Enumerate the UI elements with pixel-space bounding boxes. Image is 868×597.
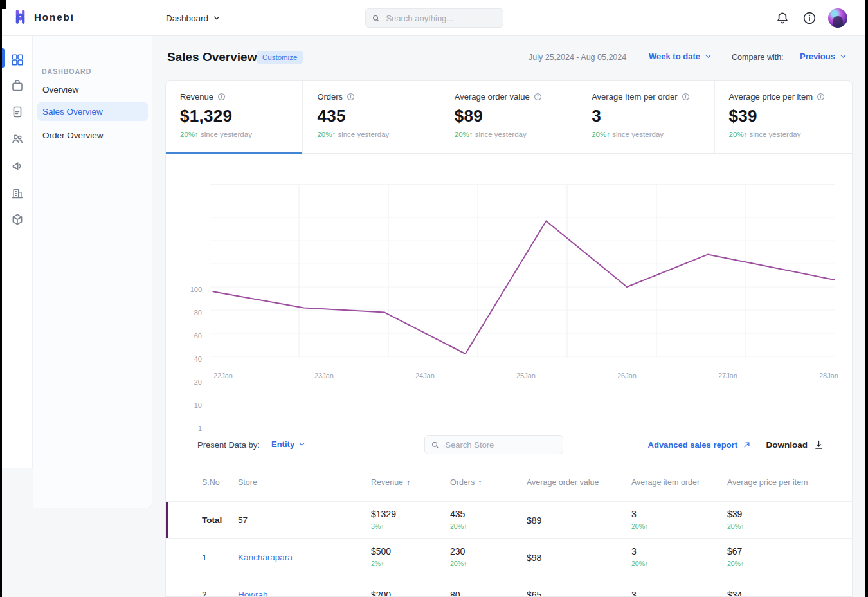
cell-value: 3 [631,509,727,519]
table-cell: $39 20%↑ [727,502,852,538]
column-header-orders[interactable]: Orders ↑ [450,478,527,487]
y-axis-tick-label: 40 [174,355,202,363]
cell-value: $39 [727,509,852,519]
up-arrow-icon: ↑ [381,560,384,567]
table-cell: 80 [450,576,527,597]
table-cell: 230 20%↑ [450,539,527,576]
table-cell: 3 20%↑ [631,539,727,576]
sidebar: DASHBOARD OverviewSales OverviewOrder Ov… [33,36,152,508]
kpi-card-average-item-per-order[interactable]: Average Item per order 3 20%↑ since yest… [577,81,714,153]
sidebar-item-overview[interactable]: Overview [37,80,148,99]
active-rail-indicator [2,48,5,68]
grid-icon [11,53,24,66]
search-icon [372,14,380,23]
store-link[interactable]: Howrah [238,590,371,597]
info-icon [347,93,355,101]
sort-up-icon[interactable]: ↑ [478,478,482,487]
customize-button[interactable]: Customize [257,51,303,64]
kpi-card-revenue[interactable]: Revenue $1,329 20%↑ since yesterday [166,81,303,153]
store-search[interactable] [424,435,563,454]
up-arrow-icon: ↑ [469,131,473,138]
table-controls: Present Data by: Entity Advanced sales r… [166,425,852,463]
info-icon [817,93,825,101]
cell-value: 80 [450,590,527,597]
kpi-card-average-price-per-item[interactable]: Average price per item $39 20%↑ since ye… [715,81,852,153]
kpi-label: Average Item per order [592,92,714,102]
cell-sno: Total [202,502,222,538]
store-search-input[interactable] [444,439,557,450]
range-selector[interactable]: Week to date [649,51,712,61]
present-data-by-label: Present Data by: [197,440,260,450]
rail-item-package[interactable] [11,213,24,226]
up-arrow-icon: ↑ [606,131,610,138]
info-icon[interactable] [802,11,817,25]
chevron-down-icon [298,440,306,448]
sort-up-icon[interactable]: ↑ [406,478,410,487]
kpi-delta-pct: 20% [592,131,606,138]
column-header-revenue[interactable]: Revenue ↑ [371,478,450,487]
rail-item-document[interactable] [11,106,24,118]
screen: Honebi Dashboard DASHBOAR [0,0,868,597]
download-button[interactable]: Download [766,439,825,450]
sidebar-item-order-overview[interactable]: Order Overview [37,126,148,145]
column-header-label: Orders [450,478,475,487]
compare-selector[interactable]: Previous [800,51,847,61]
brand[interactable]: Honebi [12,8,75,26]
cell-value: 435 [450,509,527,519]
cell-delta: 2%↑ [371,560,450,567]
rail-item-building[interactable] [11,187,24,199]
kpi-card-orders[interactable]: Orders 435 20%↑ since yesterday [303,81,440,153]
y-axis-tick-label: 80 [174,309,202,317]
cell-value: $89 [527,515,631,526]
cell-store[interactable]: Howrah [238,576,371,597]
kpi-delta: 20%↑ since yesterday [455,131,577,138]
column-header-sno: S.No [202,463,220,501]
screen-notch [0,0,6,9]
table-cell: $67 20%↑ [727,539,852,576]
y-axis-tick-label: 10 [174,401,202,409]
cell-store[interactable]: Kancharapara [238,539,371,576]
document-icon [11,106,24,118]
info-icon [682,93,690,101]
global-search-input[interactable] [384,13,497,24]
up-arrow-icon: ↑ [195,131,199,138]
kpi-card-average-order-value[interactable]: Average order value $89 20%↑ since yeste… [440,81,577,153]
x-axis-tick-label: 27Jan [710,372,746,380]
kpi-delta-note: since yesterday [475,131,527,138]
kpi-delta: 20%↑ since yesterday [592,131,714,138]
cell-value: $200 [371,590,450,597]
rail-item-bag[interactable] [11,79,24,92]
x-axis-tick-label: 22Jan [205,372,241,380]
table-row: 2 Howrah $200 80 $65 3 $34 [166,576,852,597]
table-cell: 435 20%↑ [450,502,527,538]
table-header-row: S.No Store Revenue ↑ Orders ↑ Average or… [166,463,852,501]
store-link[interactable]: Kancharapara [238,553,371,562]
rail-item-grid[interactable] [11,53,24,66]
sidebar-item-sales-overview[interactable]: Sales Overview [37,102,148,121]
date-range-text: July 25,2024 - Aug 05,2024 [529,53,626,62]
bell-icon[interactable] [775,11,790,25]
column-header-label: Revenue [371,478,403,487]
info-icon [217,93,226,101]
kpi-delta: 20%↑ since yesterday [317,131,439,138]
cell-value: $65 [527,590,631,597]
global-search[interactable] [365,8,503,28]
column-header-label: Average order value [527,478,599,487]
kpi-delta-pct: 20% [455,131,469,138]
kpi-value: $1,329 [180,106,302,126]
advanced-sales-report-link[interactable]: Advanced sales report [648,440,752,450]
kpi-label-text: Revenue [180,92,213,102]
sales-panel: Revenue $1,329 20%↑ since yesterday Orde… [165,80,853,597]
kpi-delta: 20%↑ since yesterday [729,131,852,138]
info-icon [534,93,542,101]
entity-selector[interactable]: Entity [271,439,306,449]
avatar[interactable] [828,8,847,28]
rail-item-users[interactable] [11,133,24,145]
table-row: 1 Kancharapara $500 2%↑ 230 20%↑ $98 3 2… [166,538,852,576]
column-header-store: Store [238,478,371,487]
kpi-value: 435 [317,106,439,126]
column-header-label: Store [238,478,257,487]
dashboard-menu[interactable]: Dashboard [166,0,221,36]
column-header-average-order-value: Average order value [527,478,631,487]
rail-item-megaphone[interactable] [11,160,24,172]
